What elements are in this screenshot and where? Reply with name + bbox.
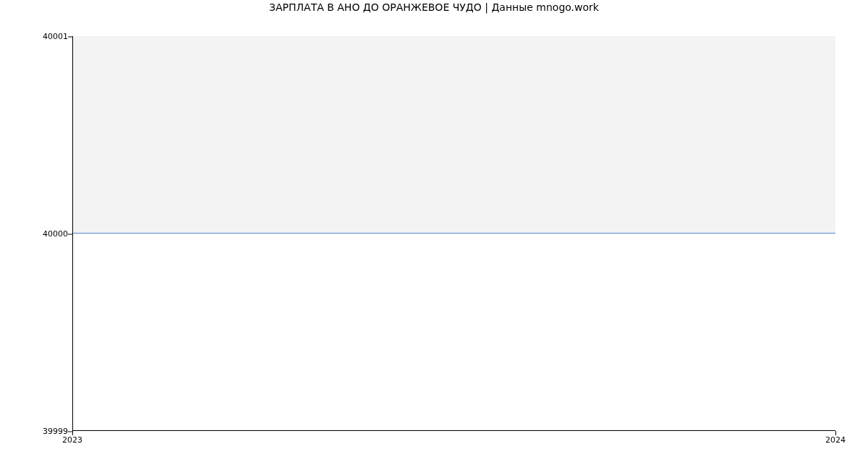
y-tick-label: 39999 — [43, 427, 68, 436]
x-tick: 2023 — [62, 435, 82, 445]
x-tick-label: 2024 — [825, 435, 846, 445]
tick-mark-icon — [835, 431, 836, 435]
tick-mark-icon — [72, 431, 73, 435]
x-tick: 2024 — [825, 435, 846, 445]
y-tick-label: 40001 — [43, 32, 68, 41]
y-tick: 40000 — [43, 229, 68, 239]
y-tick-label: 40000 — [43, 229, 68, 239]
tick-mark-icon — [68, 234, 72, 234]
series-line — [73, 233, 835, 234]
tick-mark-icon — [68, 36, 72, 37]
y-tick: 39999 — [43, 427, 68, 436]
series-fill — [73, 36, 835, 234]
chart-container: ЗАРПЛАТА В АНО ДО ОРАНЖЕВОЕ ЧУДО | Данны… — [0, 0, 868, 470]
y-tick: 40001 — [43, 32, 68, 41]
plot-area — [72, 36, 835, 431]
x-tick-label: 2023 — [62, 435, 82, 445]
chart-title: ЗАРПЛАТА В АНО ДО ОРАНЖЕВОЕ ЧУДО | Данны… — [0, 1, 868, 13]
